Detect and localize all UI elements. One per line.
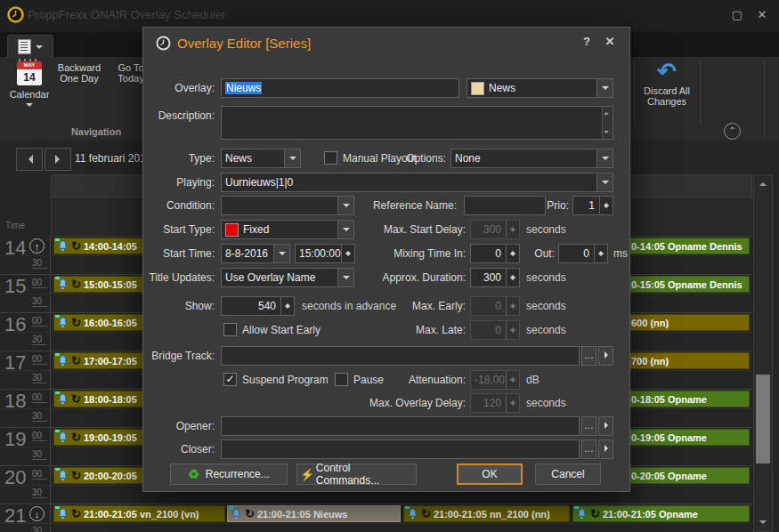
ribbon-separator xyxy=(634,60,635,125)
repeat-icon: ↻ xyxy=(71,355,81,367)
scrollbar-thumb[interactable] xyxy=(756,375,770,463)
playing-value: Uurnieuws|1|0 xyxy=(225,176,293,189)
ok-button[interactable]: OK xyxy=(457,463,523,485)
overlay-input[interactable]: Nieuws xyxy=(221,78,459,98)
manual-playout-checkbox[interactable] xyxy=(324,151,337,165)
cancel-button[interactable]: Cancel xyxy=(535,463,601,485)
max-overlay-delay-spinner: 120 xyxy=(470,393,520,413)
mixing-in-value: 0 xyxy=(495,247,501,260)
show-spinner[interactable]: 540 xyxy=(221,296,295,316)
closer-label: Closer: xyxy=(143,439,215,459)
playing-dropdown[interactable]: Uurnieuws|1|0 xyxy=(221,173,613,192)
description-textarea[interactable] xyxy=(221,106,613,140)
event-item[interactable]: ↻21:00-21:05 Opname xyxy=(572,505,750,522)
event-tick xyxy=(55,238,60,241)
minute-label: 30 xyxy=(32,488,47,498)
calendar-button[interactable]: MAY 14 Calendar xyxy=(5,59,53,126)
attenuation-value: -18,00 xyxy=(475,374,505,386)
bridge-track-input[interactable] xyxy=(221,346,580,366)
options-dropdown[interactable]: None xyxy=(450,149,613,168)
closer-play-button[interactable] xyxy=(598,439,613,459)
start-time-label: Start Time: xyxy=(143,244,215,263)
prio-spinner[interactable]: 1 xyxy=(572,196,613,215)
backward-label: Backward One Day xyxy=(53,62,105,84)
spinner-arrows-icon xyxy=(506,371,519,389)
undo-icon: ↶ xyxy=(657,60,677,83)
approx-duration-spinner[interactable]: 300 xyxy=(470,268,520,287)
spinner-arrows-icon[interactable] xyxy=(280,297,294,315)
event-item[interactable]: ↻21:00-21:05 nn_2100 (nn) xyxy=(403,505,570,522)
arrow-left-icon xyxy=(24,155,33,164)
overlay-combo[interactable]: News xyxy=(467,78,613,98)
scroll-down-indicator[interactable]: ↓ xyxy=(29,506,45,521)
options-value: None xyxy=(455,152,481,165)
date-label: 11 februari 2018 xyxy=(75,152,152,165)
repeat-icon: ↻ xyxy=(71,470,81,481)
chevron-down-icon xyxy=(36,45,43,52)
group-label-navigation: Navigation xyxy=(34,126,158,137)
help-button[interactable]: ? xyxy=(578,35,596,48)
next-day-button[interactable] xyxy=(45,148,71,171)
bridge-track-label: Bridge Track: xyxy=(143,346,215,366)
closer-input[interactable] xyxy=(221,439,580,459)
textarea-scrollbar[interactable] xyxy=(602,107,613,139)
arrow-right-icon xyxy=(55,155,64,164)
event-title: 16:00-16:05 xyxy=(84,318,137,328)
spinner-arrows-icon[interactable] xyxy=(506,269,519,286)
bell-icon xyxy=(57,431,69,443)
backward-one-day-button[interactable]: ⬅ Backward One Day xyxy=(53,59,105,126)
dropdown-arrow-icon[interactable] xyxy=(273,245,289,262)
mixing-out-spinner[interactable]: 0 xyxy=(558,244,608,263)
minute-label: 00 xyxy=(32,354,47,365)
spinner-arrows-icon xyxy=(506,297,519,315)
closer-browse-button[interactable]: … xyxy=(581,439,596,459)
max-late-value: 0 xyxy=(495,324,501,336)
opener-play-button[interactable] xyxy=(598,416,613,436)
time-cell: 180030 xyxy=(0,390,51,428)
maximize-button[interactable]: ▢ xyxy=(726,5,748,25)
close-button[interactable]: ✕ xyxy=(751,5,773,25)
app-menu-button[interactable] xyxy=(7,35,53,58)
prev-day-button[interactable] xyxy=(16,148,43,171)
dropdown-arrow-icon[interactable] xyxy=(596,173,613,191)
collapse-ribbon-button[interactable]: ⌃ xyxy=(724,123,741,140)
bridge-track-play-button[interactable] xyxy=(598,346,613,366)
dialog-close-button[interactable]: ✕ xyxy=(601,35,619,48)
scroll-up-indicator[interactable]: ↑ xyxy=(29,238,45,254)
scrollbar-up-button[interactable] xyxy=(754,176,772,192)
attenuation-unit: dB xyxy=(526,370,540,390)
opener-browse-button[interactable]: … xyxy=(581,416,596,436)
event-item[interactable]: ↻21:00-21:05 vn_2100 (vn) xyxy=(53,505,225,522)
hour-label: 21 xyxy=(4,504,26,528)
type-dropdown[interactable]: News xyxy=(221,149,301,168)
allow-start-early-checkbox[interactable] xyxy=(223,323,237,336)
description-label: Description: xyxy=(143,106,215,125)
chevron-down-icon xyxy=(26,103,33,110)
suspend-program-checkbox[interactable]: ✓ xyxy=(223,373,237,386)
discard-all-changes-button[interactable]: ↶ Discard All Changes xyxy=(636,59,698,126)
bridge-track-browse-button[interactable]: … xyxy=(581,346,596,366)
vertical-scrollbar[interactable] xyxy=(753,174,773,532)
max-late-label: Max. Late: xyxy=(321,320,466,340)
dropdown-arrow-icon[interactable] xyxy=(596,79,613,97)
bell-icon xyxy=(57,317,69,328)
event-tick xyxy=(55,277,60,279)
options-label: Options: xyxy=(357,149,446,168)
event-selected[interactable]: ↻21:00-21:05 Nieuws xyxy=(227,505,401,522)
max-overlay-delay-value: 120 xyxy=(483,397,501,409)
recurrence-button[interactable]: ♻ Recurrence... xyxy=(170,463,288,485)
repeat-icon: ↻ xyxy=(590,508,600,520)
control-commands-button[interactable]: ⚡ Control Commands... xyxy=(296,463,417,485)
event-title: 0-20:05 Opname xyxy=(631,471,707,481)
dropdown-arrow-icon[interactable] xyxy=(284,149,300,167)
control-commands-button-label: Control Commands... xyxy=(316,462,416,487)
start-date-dropdown[interactable]: 8-8-2016 xyxy=(221,244,290,263)
dropdown-arrow-icon[interactable] xyxy=(596,149,613,167)
spinner-arrows-icon[interactable] xyxy=(599,197,613,214)
scrollbar-down-button[interactable] xyxy=(754,514,772,530)
event-title: 21:00-21:05 Opname xyxy=(603,509,698,520)
opener-input[interactable] xyxy=(221,416,580,436)
event-title: 0-19:05 Opname xyxy=(631,432,707,443)
event-title: 0-15:05 Opname Dennis xyxy=(631,279,742,290)
spinner-arrows-icon[interactable] xyxy=(594,245,607,262)
